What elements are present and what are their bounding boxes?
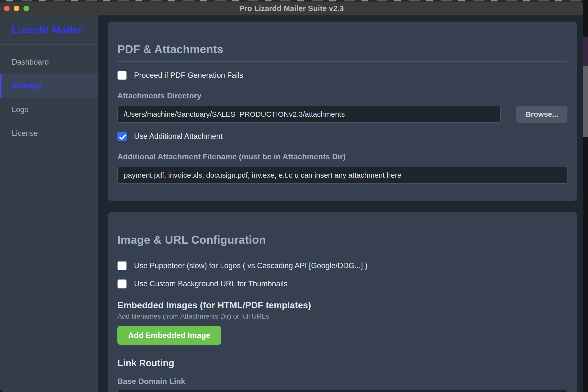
attachments-directory-input[interactable] xyxy=(117,106,501,123)
use-custom-background-checkbox[interactable] xyxy=(117,279,127,288)
image-url-configuration-section: Image & URL Configuration Use Puppeteer … xyxy=(108,212,577,392)
use-puppeteer-row: Use Puppeteer (slow) for Logos ( vs Casc… xyxy=(117,261,568,270)
use-additional-attachment-checkbox[interactable] xyxy=(117,132,127,141)
traffic-lights xyxy=(4,2,29,16)
maximize-button-icon[interactable] xyxy=(23,6,29,11)
proceed-if-pdf-fails-label: Proceed if PDF Generation Fails xyxy=(134,71,243,80)
additional-attachment-filename-label: Additional Attachment Filename (must be … xyxy=(117,152,568,161)
section-divider xyxy=(117,62,568,62)
sidebar: Lizardd Mailer Dashboard Settings Logs L… xyxy=(0,16,98,392)
proceed-if-pdf-fails-row: Proceed if PDF Generation Fails xyxy=(117,71,568,80)
background-blotch xyxy=(583,66,588,137)
additional-attachment-filename-row xyxy=(117,167,568,184)
window-title: Pro Lizardd Mailer Suite v2.3 xyxy=(0,4,583,13)
titlebar[interactable]: Pro Lizardd Mailer Suite v2.3 xyxy=(0,2,583,16)
minimize-button-icon[interactable] xyxy=(14,6,19,11)
app-window: Pro Lizardd Mailer Suite v2.3 Lizardd Ma… xyxy=(0,2,583,392)
use-additional-attachment-row: Use Additional Attachment xyxy=(117,132,568,141)
attachments-directory-label: Attachments Directory xyxy=(117,91,568,100)
link-routing-heading: Link Routing xyxy=(117,358,568,368)
additional-attachment-filename-input[interactable] xyxy=(117,167,568,184)
sidebar-item-logs[interactable]: Logs xyxy=(0,98,98,121)
use-puppeteer-checkbox[interactable] xyxy=(117,261,127,270)
app-brand: Lizardd Mailer xyxy=(12,24,82,36)
use-puppeteer-label: Use Puppeteer (slow) for Logos ( vs Casc… xyxy=(134,261,368,270)
section-divider xyxy=(117,252,568,252)
attachments-directory-row: Browse... xyxy=(117,106,568,123)
proceed-if-pdf-fails-checkbox[interactable] xyxy=(117,71,127,80)
use-custom-background-label: Use Custom Background URL for Thumbnails xyxy=(134,280,287,288)
base-domain-link-row xyxy=(117,390,568,392)
background-window-sliver-right xyxy=(583,0,588,392)
sidebar-header: Lizardd Mailer xyxy=(0,16,98,45)
settings-page: PDF & Attachments Proceed if PDF Generat… xyxy=(98,16,583,392)
close-button-icon[interactable] xyxy=(4,6,9,11)
add-embedded-image-button[interactable]: Add Embedded Image xyxy=(117,326,221,345)
embedded-images-heading: Embedded Images (for HTML/PDF templates) xyxy=(117,300,568,310)
section-title-image-url: Image & URL Configuration xyxy=(117,234,568,246)
embedded-images-note: Add filenames (from Attachments Dir) or … xyxy=(117,312,568,320)
sidebar-nav: Dashboard Settings Logs License xyxy=(0,45,98,145)
sidebar-item-license[interactable]: License xyxy=(0,121,98,145)
use-custom-background-row: Use Custom Background URL for Thumbnails xyxy=(117,279,568,288)
browse-button[interactable]: Browse... xyxy=(516,106,568,123)
section-title-pdf-attachments: PDF & Attachments xyxy=(117,43,568,56)
sidebar-item-dashboard[interactable]: Dashboard xyxy=(0,50,98,74)
background-blotch xyxy=(583,37,588,66)
base-domain-link-input[interactable] xyxy=(117,390,568,392)
use-additional-attachment-label: Use Additional Attachment xyxy=(134,132,223,141)
sidebar-item-settings[interactable]: Settings xyxy=(0,74,98,98)
base-domain-link-label: Base Domain Link xyxy=(117,377,568,386)
pdf-attachments-section: PDF & Attachments Proceed if PDF Generat… xyxy=(108,22,577,201)
